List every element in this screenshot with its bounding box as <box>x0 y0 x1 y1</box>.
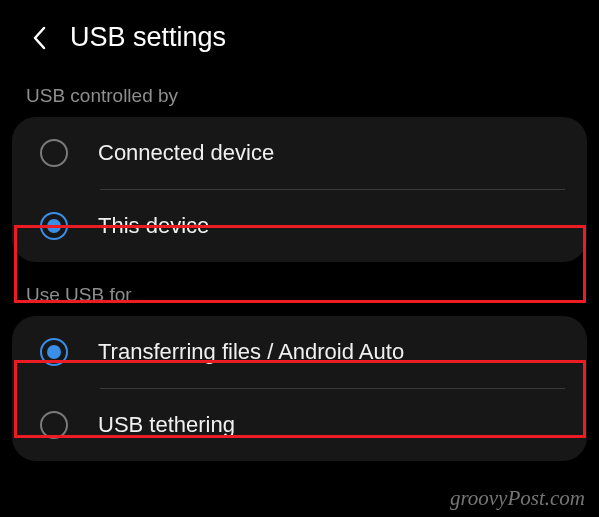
options-card-controlled-by: Connected device This device <box>12 117 587 262</box>
option-label: Transferring files / Android Auto <box>98 339 404 365</box>
radio-icon-selected <box>40 212 68 240</box>
option-usb-tethering[interactable]: USB tethering <box>12 389 587 461</box>
section-label-controlled-by: USB controlled by <box>0 71 599 117</box>
radio-icon-selected <box>40 338 68 366</box>
back-icon[interactable] <box>28 26 52 50</box>
header: USB settings <box>0 0 599 71</box>
radio-icon <box>40 139 68 167</box>
radio-icon <box>40 411 68 439</box>
options-card-use-for: Transferring files / Android Auto USB te… <box>12 316 587 461</box>
option-transferring-files[interactable]: Transferring files / Android Auto <box>12 316 587 388</box>
watermark: groovyPost.com <box>450 486 585 511</box>
option-this-device[interactable]: This device <box>12 190 587 262</box>
option-label: Connected device <box>98 140 274 166</box>
option-label: USB tethering <box>98 412 235 438</box>
option-label: This device <box>98 213 209 239</box>
section-label-use-for: Use USB for <box>0 262 599 316</box>
page-title: USB settings <box>70 22 226 53</box>
option-connected-device[interactable]: Connected device <box>12 117 587 189</box>
